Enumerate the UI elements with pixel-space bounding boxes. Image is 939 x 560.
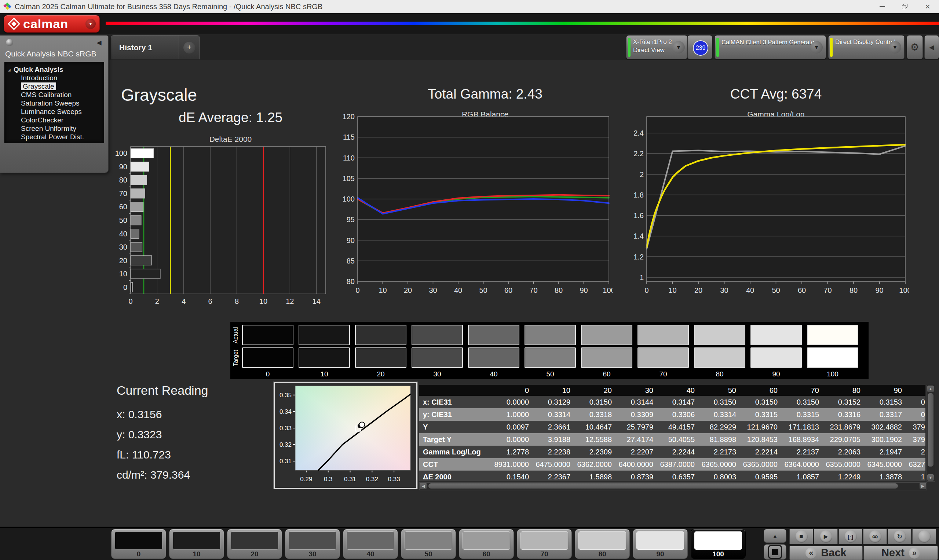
sidebar-item-spectral-power-dist[interactable]: Spectral Power Dist. — [5, 133, 104, 141]
table-cell: 0.8003 — [700, 473, 741, 481]
table-cell: 1.3878 — [866, 473, 907, 481]
table-cell: 0.3150 — [700, 398, 741, 406]
table-vertical-scrollbar[interactable]: ▲ ▼ — [927, 385, 935, 482]
table-column-header: 100 — [907, 386, 925, 395]
cie-chart-panel: 0.310.320.330.340.350.290.30.310.320.33 — [274, 382, 418, 489]
sidebar-item-cms-calibration[interactable]: CMS Calibration — [5, 91, 104, 99]
patch-button-40[interactable]: 40 — [343, 529, 398, 559]
back-button[interactable]: « Back — [789, 546, 863, 560]
calman-menu-button[interactable]: calman ▼ — [4, 15, 100, 32]
patch-button-20[interactable]: 20 — [227, 529, 282, 559]
sidebar-item-grayscale[interactable]: Grayscale — [5, 82, 104, 91]
svg-text:0: 0 — [645, 286, 649, 294]
restore-button[interactable] — [894, 0, 916, 13]
pattern-window-mode-button[interactable] — [764, 544, 786, 560]
table-cell: 49.4157 — [658, 423, 700, 431]
patch-button-0[interactable]: 0 — [111, 529, 166, 559]
grayscale-swatch-panel: Actual Target 0102030405060708090100 — [230, 322, 868, 379]
patch-button-30[interactable]: 30 — [285, 529, 340, 559]
svg-text:1.6: 1.6 — [634, 211, 644, 220]
next-button[interactable]: Next » — [863, 546, 938, 560]
table-cell: 0.8739 — [617, 473, 658, 481]
scroll-left-icon[interactable]: ◀ — [420, 483, 427, 489]
svg-text:0.31: 0.31 — [279, 458, 291, 465]
patch-button-80[interactable]: 80 — [575, 529, 630, 559]
scroll-down-icon[interactable]: ▼ — [927, 474, 934, 481]
transport-extra-button[interactable] — [912, 529, 936, 544]
collapse-panel-button[interactable]: ◀ — [924, 35, 939, 59]
current-reading-line: fL: 110.723 — [117, 445, 208, 465]
settings-button[interactable]: ⚙ — [907, 35, 923, 59]
svg-text:0.33: 0.33 — [388, 476, 400, 483]
tab-history-1[interactable]: History 1 — [111, 35, 179, 59]
svg-text:70: 70 — [119, 189, 127, 197]
table-row-label: CCT — [419, 460, 493, 469]
add-tab-button[interactable]: + — [179, 35, 200, 59]
sidebar-item-luminance-sweeps[interactable]: Luminance Sweeps — [5, 108, 104, 116]
transport-play-button[interactable]: ▶ — [814, 529, 838, 544]
calman-diamond-icon — [8, 18, 20, 30]
target-swatch-10 — [299, 348, 350, 368]
patch-label: 70 — [517, 550, 572, 558]
sidebar-item-colorchecker[interactable]: ColorChecker — [5, 116, 104, 124]
sidebar-item-introduction[interactable]: Introduction — [5, 74, 104, 82]
pattern-panel-expand-button[interactable]: ▲ — [764, 529, 786, 543]
display-control-dropdown[interactable]: Direct Display Control ▼ — [828, 35, 905, 59]
svg-text:14: 14 — [313, 297, 321, 305]
actual-swatch-40 — [468, 325, 520, 345]
actual-swatch-70 — [637, 325, 689, 345]
svg-text:110: 110 — [343, 154, 355, 162]
svg-text:40: 40 — [454, 286, 462, 294]
tree-collapse-icon[interactable]: ◢ — [8, 66, 14, 74]
minimize-button[interactable] — [871, 0, 894, 13]
target-swatch-100 — [807, 348, 858, 368]
table-cell: 0.3315 — [741, 411, 783, 419]
table-column-header: 30 — [617, 386, 658, 395]
patch-button-100[interactable]: 100 — [691, 529, 746, 559]
table-cell: 0.3129 — [534, 398, 575, 406]
patch-button-50[interactable]: 50 — [401, 529, 456, 559]
sidebar-item-screen-uniformity[interactable]: Screen Uniformity — [5, 124, 104, 133]
svg-text:50: 50 — [479, 286, 487, 294]
svg-text:10: 10 — [668, 286, 676, 294]
sidebar-item-quick-analysis[interactable]: ◢Quick Analysis — [5, 65, 104, 74]
close-button[interactable]: × — [916, 0, 939, 13]
svg-text:70: 70 — [529, 286, 537, 294]
table-cell: 0.3315 — [783, 411, 824, 419]
app-icon — [3, 2, 12, 11]
swatch-level-label: 100 — [807, 370, 858, 378]
patch-button-60[interactable]: 60 — [459, 529, 514, 559]
sidebar-collapse-button[interactable]: ◀ — [93, 38, 105, 47]
patch-label: 80 — [575, 550, 629, 558]
pattern-window-icon — [768, 545, 782, 559]
vertical-scroll-thumb[interactable] — [928, 393, 933, 466]
svg-text:80: 80 — [555, 286, 563, 294]
transport-continuous-button[interactable]: ∞ — [863, 529, 887, 544]
meter-dropdown[interactable]: X-Rite i1Pro 2 Direct View ▼ — [626, 35, 688, 59]
svg-text:90: 90 — [347, 236, 355, 245]
table-horizontal-scrollbar[interactable]: ◀ ▶ — [419, 482, 927, 490]
svg-text:20: 20 — [119, 257, 127, 265]
current-reading-line: x: 0.3156 — [117, 404, 208, 425]
table-cell: 1.2778 — [493, 448, 534, 456]
patch-button-10[interactable]: 10 — [169, 529, 224, 559]
table-cell: 81.8898 — [700, 435, 741, 444]
transport-measure-single-button[interactable]: [·] — [839, 529, 862, 544]
patch-button-90[interactable]: 90 — [633, 529, 688, 559]
patch-label: 90 — [633, 550, 688, 558]
pattern-generator-dropdown[interactable]: CalMAN Client 3 Pattern Generator ▼ — [714, 35, 826, 59]
horizontal-scroll-thumb[interactable] — [429, 483, 898, 489]
scroll-right-icon[interactable]: ▶ — [920, 483, 926, 489]
swatch-level-labels: 0102030405060708090100 — [242, 370, 858, 378]
current-reading-line: cd/m²: 379.364 — [117, 465, 208, 485]
transport-stop-button[interactable]: ■ — [789, 529, 813, 544]
actual-swatch-20 — [355, 325, 406, 345]
table-cell: 0.3318 — [575, 411, 617, 419]
scroll-up-icon[interactable]: ▲ — [927, 386, 934, 392]
table-cell: 6362.0000 — [575, 460, 617, 469]
cct-avg-readout: CCT Avg: 6374 — [647, 86, 905, 102]
table-cell: 27.4174 — [617, 435, 658, 444]
patch-button-70[interactable]: 70 — [517, 529, 572, 559]
transport-refresh-button[interactable]: ↻ — [888, 529, 911, 544]
sidebar-item-saturation-sweeps[interactable]: Saturation Sweeps — [5, 99, 104, 108]
